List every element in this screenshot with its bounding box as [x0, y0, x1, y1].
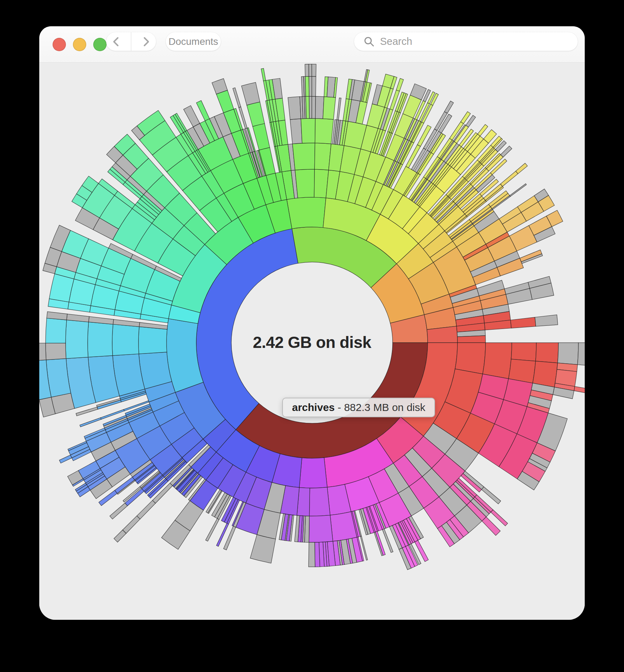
sunburst-segment[interactable]	[261, 68, 266, 81]
sunburst-segment[interactable]	[309, 64, 312, 76]
sunburst-segment[interactable]	[233, 88, 241, 107]
sunburst-segment[interactable]	[250, 535, 276, 563]
sunburst-segment[interactable]	[396, 78, 403, 91]
sunburst-segment[interactable]	[316, 96, 324, 119]
sunburst-segment[interactable]	[242, 82, 260, 105]
chevron-left-icon	[111, 35, 121, 48]
sunburst-segment[interactable]	[323, 97, 335, 119]
sunburst-segment[interactable]	[39, 343, 46, 361]
search-icon	[363, 36, 375, 48]
sunburst-segment[interactable]	[574, 386, 585, 393]
sunburst-segment[interactable]	[308, 542, 315, 567]
sunburst-segment[interactable]	[66, 320, 89, 358]
sunburst-segment[interactable]	[511, 343, 536, 361]
chart-area: 2.42 GB on disk archives - 882.3 MB on d…	[39, 63, 585, 620]
sunburst-segment[interactable]	[76, 407, 98, 416]
sunburst-segment[interactable]	[510, 184, 527, 197]
sunburst-segment[interactable]	[501, 146, 512, 157]
sunburst-segment[interactable]	[477, 124, 488, 136]
sunburst-segment[interactable]	[309, 487, 330, 516]
search-placeholder: Search	[380, 36, 412, 47]
sunburst-segment[interactable]	[315, 118, 334, 144]
sunburst-segment[interactable]	[46, 343, 66, 360]
zoom-button[interactable]	[93, 38, 107, 51]
close-button[interactable]	[53, 38, 66, 51]
sunburst-segment[interactable]	[299, 458, 327, 488]
sunburst-segment[interactable]	[337, 98, 341, 120]
sunburst-segment[interactable]	[196, 101, 210, 121]
sunburst-segment[interactable]	[577, 343, 585, 366]
sunburst-segment[interactable]	[457, 336, 486, 343]
sunburst-segment[interactable]	[247, 102, 265, 126]
breadcrumb[interactable]: Documents	[166, 32, 221, 51]
sunburst-segment[interactable]	[137, 500, 155, 519]
sunburst-segment[interactable]	[309, 76, 312, 96]
tooltip-item-size: - 882.3 MB on disk	[338, 402, 425, 413]
sunburst-segment[interactable]	[114, 530, 126, 542]
nav-button-group	[106, 32, 156, 51]
sunburst-segment[interactable]	[314, 143, 331, 170]
sunburst-segment[interactable]	[558, 343, 578, 365]
tooltip-item-name: archives	[292, 402, 335, 413]
sunburst-segment[interactable]	[315, 542, 320, 567]
sunburst-segment[interactable]	[445, 101, 454, 113]
sunburst-segment[interactable]	[535, 315, 558, 326]
sunburst-segment[interactable]	[110, 503, 127, 519]
forward-button[interactable]	[141, 35, 151, 48]
sunburst-segment[interactable]	[290, 119, 302, 144]
search-input[interactable]: Search	[354, 32, 578, 51]
sunburst-segment[interactable]	[46, 318, 67, 343]
sunburst-segment[interactable]	[80, 418, 101, 427]
sunburst-segment[interactable]	[309, 96, 312, 118]
sunburst-segment[interactable]	[306, 96, 310, 118]
sunburst-segment[interactable]	[295, 169, 315, 198]
sunburst-segment[interactable]	[312, 64, 316, 76]
sunburst-segment[interactable]	[205, 519, 219, 541]
tooltip: archives - 882.3 MB on disk	[282, 398, 435, 417]
total-size-label: 2.42 GB on disk	[207, 333, 417, 352]
sunburst-segment[interactable]	[288, 97, 301, 119]
sunburst-segment[interactable]	[305, 76, 309, 96]
sunburst-segment[interactable]	[184, 105, 200, 127]
sunburst-segment[interactable]	[501, 171, 518, 186]
sunburst-segment[interactable]	[482, 517, 500, 535]
sunburst-segment[interactable]	[123, 516, 140, 533]
minimize-button[interactable]	[73, 38, 86, 51]
sunburst-segment[interactable]	[533, 361, 558, 387]
sunburst-segment[interactable]	[510, 317, 536, 328]
nav-divider	[131, 32, 131, 51]
sunburst-segment[interactable]	[138, 327, 167, 354]
sunburst-segment[interactable]	[482, 487, 501, 504]
breadcrumb-label: Documents	[169, 36, 218, 47]
sunburst-segment[interactable]	[516, 163, 527, 174]
sunburst-segment[interactable]	[491, 510, 508, 526]
sunburst-segment[interactable]	[253, 124, 270, 150]
chevron-right-icon	[141, 35, 151, 48]
sunburst-segment[interactable]	[312, 76, 316, 96]
sunburst-segment[interactable]	[112, 324, 139, 356]
sunburst-segment[interactable]	[59, 455, 72, 463]
title-bar: Documents Search	[39, 26, 585, 63]
sunburst-segment[interactable]	[301, 118, 315, 143]
sunburst-segment[interactable]	[216, 90, 234, 113]
sunburst-segment[interactable]	[382, 529, 393, 553]
sunburst-segment[interactable]	[309, 515, 333, 542]
sunburst-segment[interactable]	[483, 343, 512, 379]
sunburst-segment[interactable]	[312, 96, 316, 118]
sunburst-segment[interactable]	[536, 343, 558, 363]
back-button[interactable]	[111, 35, 121, 48]
sunburst-segment[interactable]	[88, 322, 113, 357]
sunburst-segment[interactable]	[305, 64, 309, 76]
sunburst-segment[interactable]	[287, 197, 326, 229]
sunburst-segment[interactable]	[455, 343, 486, 374]
app-window: Documents Search 2.42 GB on disk archive…	[39, 26, 585, 620]
sunburst-segment[interactable]	[292, 143, 315, 170]
